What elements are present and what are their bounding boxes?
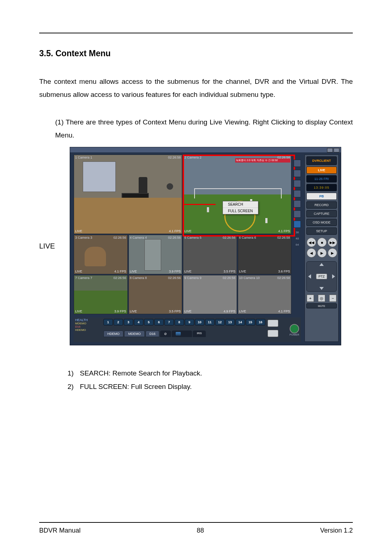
zoom-focus-controls: + ◎ −	[307, 295, 336, 302]
context-menu: SEARCH FULL SCREEN	[222, 201, 258, 214]
footer-left: BDVR Manual	[39, 527, 81, 534]
channel-button[interactable]: 9	[185, 319, 194, 325]
bottom-icons	[266, 317, 288, 342]
camera-cell-8[interactable]: 8 Camera 802:26:56 LIVE3.5 FPS	[128, 275, 183, 315]
camera-cell-9[interactable]: 9 Camera 902:26:56 LIVE4.9 FPS	[183, 275, 237, 315]
channel-button[interactable]: 16	[256, 319, 265, 325]
playback-button[interactable]: PB	[306, 193, 337, 200]
context-menu-search[interactable]: SEARCH	[223, 201, 258, 208]
channel-button[interactable]: 12	[215, 319, 225, 325]
iris-label: IRIS	[193, 331, 206, 337]
ptz-up-icon[interactable]	[319, 263, 324, 266]
channel-button[interactable]: 14	[236, 319, 245, 325]
context-menu-fullscreen[interactable]: FULL SCREEN	[223, 208, 258, 214]
channel-button[interactable]: 10	[195, 319, 204, 325]
record-button[interactable]: RECORD	[306, 201, 337, 209]
layout-3x3-icon[interactable]	[294, 180, 301, 187]
subitem-1-index: 1)	[68, 366, 80, 380]
close-icon[interactable]	[334, 148, 339, 152]
subitem-2-text: FULL SCREEN: Full Screen Display.	[80, 380, 192, 393]
page-footer: BDVR Manual 88 Version 1.2	[39, 527, 353, 534]
ordered-item-1-text: There are three types of Context Menu du…	[55, 118, 353, 139]
list-view-icon[interactable]	[268, 320, 278, 327]
dvr-tab[interactable]: D16	[146, 331, 160, 337]
no-record-icon: ⊘	[160, 331, 171, 337]
layout-6x6-icon[interactable]	[294, 210, 301, 218]
layout-special-icon[interactable]	[294, 221, 301, 228]
bottom-bar: HEALTH MDEMO D16 HDEMO 1 2 3 4 5 6 7 8	[74, 317, 301, 342]
channel-strip: 1 2 3 4 5 6 7 8 9 10 11 12 13 14	[103, 319, 265, 325]
camera-grid: 1 Camera 1 02:26:58 LIVE 4.1 FPS 녹화중이 2.…	[74, 155, 291, 314]
iris-slider[interactable]	[172, 331, 192, 337]
ordered-item-1-number: (1)	[55, 118, 64, 126]
layout-1x1-icon[interactable]	[294, 160, 301, 167]
dvr-screenshot: 1 Camera 1 02:26:58 LIVE 4.1 FPS 녹화중이 2.…	[70, 147, 341, 345]
power-led-icon[interactable]	[290, 324, 299, 333]
minimize-icon[interactable]	[327, 148, 333, 152]
camera-cell-3[interactable]: 3 Camera 302:26:56 LIVE4.1 FPS	[74, 235, 128, 274]
layout-5x5-icon[interactable]	[294, 200, 301, 208]
mute-button[interactable]: MUTE	[306, 303, 337, 308]
channel-button[interactable]: 13	[225, 319, 235, 325]
time-display: 13:39:05	[306, 184, 337, 191]
focus-icon[interactable]: ◎	[318, 295, 325, 302]
channel-button[interactable]: 3	[124, 319, 133, 325]
ptz-label: PTZ	[316, 274, 327, 279]
channel-button[interactable]: 5	[144, 319, 154, 325]
date-display: 11-26 FRI	[306, 175, 337, 182]
stop-icon[interactable]: ■	[317, 238, 327, 247]
dvr-tabs: HDEMO MDEMO D16 ⊘ IRIS	[103, 331, 265, 337]
zoom-in-icon[interactable]: +	[307, 295, 314, 302]
channel-button[interactable]: 15	[246, 319, 255, 325]
camera-cell-7[interactable]: 7 Camera 702:26:56 LIVE3.9 FPS	[74, 275, 128, 315]
camera-cell-5[interactable]: 5 Camera 502:26:56 LIVE3.5 FPS	[183, 235, 237, 274]
ptz-control: PTZ	[306, 261, 337, 292]
keyboard-icon[interactable]	[268, 330, 278, 337]
ptz-right-icon[interactable]	[332, 274, 335, 279]
camera-cell-2[interactable]: 녹화중이 2.0 대회 자존심 수 간 02:02 2 Camera 2 02:…	[183, 155, 291, 234]
zoom-out-icon[interactable]: −	[329, 295, 336, 302]
channel-button[interactable]: 4	[134, 319, 143, 325]
dvr-tab[interactable]: HDEMO	[103, 331, 124, 337]
rewind-icon[interactable]: ◀	[307, 248, 316, 258]
osd-mode-button[interactable]: OSD MODE	[306, 219, 337, 226]
ptz-down-icon[interactable]	[319, 287, 324, 290]
layout-2x2-icon[interactable]	[294, 170, 301, 177]
channel-button[interactable]: 2	[114, 319, 123, 325]
play-icon[interactable]: ▶	[317, 248, 327, 258]
sub-options-list: 1) SEARCH: Remote Search for Playback. 2…	[68, 366, 353, 393]
window-titlebar	[70, 147, 341, 152]
header-rule	[39, 33, 353, 33]
camera-cell-4[interactable]: 4 Camera 402:26:56 LIVE3.9 FPS	[128, 235, 183, 274]
subitem-2-index: 2)	[68, 380, 80, 393]
health-panel: HEALTH MDEMO D16 HDEMO	[74, 317, 103, 342]
intro-paragraph: The context menu allows access to the su…	[39, 75, 353, 101]
channel-button[interactable]: 1	[103, 319, 113, 325]
channel-button[interactable]: 7	[164, 319, 174, 325]
prev-icon[interactable]: ◀◀	[307, 238, 316, 247]
forward-icon[interactable]: ▶	[328, 248, 337, 258]
next-icon[interactable]: ▶▶	[328, 238, 337, 247]
setup-button[interactable]: SETUP	[306, 227, 337, 235]
footer-page-number: 88	[197, 527, 204, 534]
subitem-1-text: SEARCH: Remote Search for Playback.	[80, 366, 202, 380]
camera-cell-1[interactable]: 1 Camera 1 02:26:58 LIVE 4.1 FPS	[74, 155, 182, 234]
ordered-item-1: (1) There are three types of Context Men…	[55, 116, 353, 142]
footer-rule	[39, 522, 353, 523]
channel-button[interactable]: 11	[205, 319, 215, 325]
layout-sidebar: 36 48 64	[293, 155, 302, 319]
side-control-panel: DVRCLIENT LIVE 11-26 FRI 13:39:05 PB REC…	[305, 155, 339, 342]
footer-right: Version 1.2	[320, 527, 353, 534]
layout-4x4-icon[interactable]	[294, 190, 301, 197]
live-button[interactable]: LIVE	[306, 167, 337, 174]
channel-button[interactable]: 6	[154, 319, 164, 325]
camera-cell-6[interactable]: 6 Camera 602:26:58 LIVE3.6 FPS	[238, 235, 292, 274]
app-logo: DVRCLIENT	[306, 156, 337, 165]
channel-button[interactable]: 8	[175, 319, 184, 325]
section-heading: 3.5. Context Menu	[39, 49, 353, 58]
ptz-left-icon[interactable]	[308, 274, 311, 279]
annotation-arrow	[183, 204, 216, 205]
capture-button[interactable]: CAPTURE	[306, 210, 337, 217]
dvr-tab[interactable]: MDEMO	[124, 331, 145, 337]
camera-cell-10[interactable]: 10 Camera 1002:26:58 LIVE4.1 FPS	[238, 275, 292, 315]
